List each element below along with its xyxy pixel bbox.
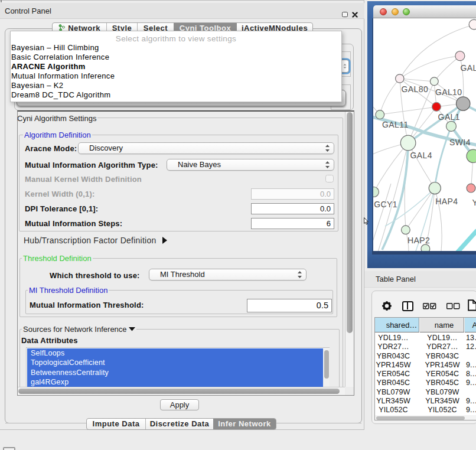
svg-text:HAP2: HAP2 [407, 236, 430, 245]
svg-text:GCY1: GCY1 [374, 200, 397, 209]
svg-text:GAL4: GAL4 [410, 151, 432, 160]
svg-text:YJ: YJ [472, 198, 476, 207]
svg-text:GAL11: GAL11 [382, 120, 409, 129]
svg-text:GAL7: GAL7 [461, 63, 476, 73]
svg-text:SWI4: SWI4 [449, 138, 471, 147]
svg-text:GAL1: GAL1 [438, 112, 460, 122]
svg-text:GAL80: GAL80 [402, 84, 429, 94]
svg-text:GAL10: GAL10 [435, 87, 462, 97]
svg-text:HAP4: HAP4 [435, 197, 458, 206]
